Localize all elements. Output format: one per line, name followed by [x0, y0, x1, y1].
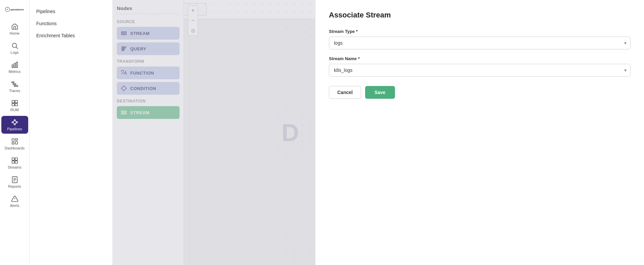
- sidebar-item-rum[interactable]: RUM: [1, 97, 28, 115]
- stream-name-select[interactable]: k8s_logs: [329, 64, 631, 77]
- svg-rect-45: [121, 111, 127, 112]
- sidebar-item-dashboards[interactable]: Dashboards: [1, 135, 28, 153]
- svg-rect-39: [122, 47, 126, 48]
- svg-rect-6: [14, 63, 15, 68]
- zoom-in-button[interactable]: +: [188, 6, 198, 15]
- svg-line-22: [15, 123, 16, 124]
- svg-rect-40: [122, 48, 125, 49]
- sidebar-item-label: Traces: [9, 89, 20, 93]
- sidebar-item-label: Metrics: [9, 70, 20, 74]
- sidebar-item-label: Dashboards: [5, 146, 24, 150]
- nodes-panel: Nodes Source STREAM QUERY Transform FUNC…: [113, 0, 184, 265]
- svg-point-15: [12, 122, 13, 123]
- svg-line-20: [15, 121, 16, 122]
- stream-type-label: Stream Type *: [329, 29, 631, 34]
- app-logo: openobserve: [5, 3, 25, 16]
- stream-source-icon: [121, 30, 127, 36]
- node-query-source-label: QUERY: [130, 46, 146, 51]
- svg-text:openobserve: openobserve: [10, 8, 24, 11]
- svg-rect-27: [12, 158, 14, 160]
- canvas-area: Enter Pipeline Name Nodes Source STREAM …: [113, 0, 315, 265]
- rum-icon: [11, 99, 18, 107]
- source-section-title: Source: [117, 19, 180, 24]
- node-query-source[interactable]: QUERY: [117, 42, 180, 55]
- svg-rect-41: [122, 50, 124, 51]
- svg-rect-46: [121, 113, 127, 114]
- svg-point-17: [16, 122, 17, 123]
- svg-point-3: [12, 43, 16, 48]
- stream-name-field-wrap: Stream Name * k8s_logs: [329, 56, 631, 77]
- sidebar-item-label: Reports: [8, 184, 21, 188]
- traces-icon: [11, 80, 18, 88]
- reports-icon: [11, 176, 18, 183]
- node-stream-source[interactable]: STREAM: [117, 27, 180, 40]
- cancel-button[interactable]: Cancel: [329, 86, 361, 99]
- svg-line-4: [16, 47, 18, 49]
- sidebar-item-logs[interactable]: Logs: [1, 39, 28, 57]
- sidebar-item-streams[interactable]: Streams: [1, 154, 28, 172]
- sidebar-item-pipelines[interactable]: Pipelines: [1, 116, 28, 134]
- associate-stream-title: Associate Stream: [329, 11, 631, 19]
- svg-rect-13: [12, 103, 14, 106]
- svg-rect-38: [121, 34, 127, 35]
- svg-rect-5: [12, 65, 13, 68]
- associate-stream-panel: Associate Stream Stream Type * logs metr…: [315, 0, 644, 265]
- svg-point-1: [7, 9, 8, 10]
- middle-panel-item-functions[interactable]: Functions: [30, 17, 112, 30]
- pipelines-icon: [11, 119, 18, 126]
- canvas-controls: + − ⊡: [188, 5, 198, 36]
- alerts-icon: [11, 195, 18, 203]
- query-source-icon: [121, 46, 127, 52]
- node-stream-dest-label: STREAM: [130, 110, 150, 115]
- sidebar-item-reports[interactable]: Reports: [1, 173, 28, 191]
- sidebar-item-label: Streams: [8, 165, 21, 169]
- transform-section-title: Transform: [117, 59, 180, 64]
- node-stream-dest[interactable]: STREAM: [117, 106, 180, 119]
- function-icon: [121, 70, 127, 76]
- sidebar-item-label: RUM: [10, 108, 19, 112]
- sidebar: openobserve Home Logs Metrics Traces RUM…: [0, 0, 30, 265]
- svg-rect-8: [11, 82, 14, 83]
- metrics-icon: [11, 61, 18, 69]
- svg-rect-29: [12, 161, 14, 163]
- dashboards-icon: [11, 138, 18, 145]
- stream-type-field-wrap: Stream Type * logs metrics traces: [329, 29, 631, 49]
- stream-type-select[interactable]: logs metrics traces: [329, 37, 631, 49]
- sidebar-item-alerts[interactable]: Alerts: [1, 192, 28, 210]
- middle-panel-item-enrichment-tables[interactable]: Enrichment Tables: [30, 30, 112, 42]
- nodes-title: Nodes: [117, 5, 180, 14]
- svg-line-19: [13, 121, 14, 122]
- logs-icon: [11, 42, 18, 49]
- svg-rect-28: [15, 158, 17, 160]
- svg-rect-12: [15, 100, 17, 103]
- svg-rect-9: [13, 84, 16, 85]
- sidebar-item-label: Logs: [11, 50, 19, 54]
- node-condition[interactable]: CONDITION: [117, 82, 180, 95]
- zoom-out-button[interactable]: −: [188, 16, 198, 25]
- svg-rect-11: [12, 100, 14, 103]
- associate-stream-buttons: Cancel Save: [329, 86, 631, 99]
- sidebar-item-traces[interactable]: Traces: [1, 78, 28, 95]
- fit-button[interactable]: ⊡: [188, 26, 198, 35]
- save-button[interactable]: Save: [365, 86, 395, 99]
- sidebar-item-metrics[interactable]: Metrics: [1, 58, 28, 76]
- svg-rect-26: [15, 141, 17, 144]
- sidebar-item-label: Pipelines: [7, 127, 22, 131]
- svg-rect-7: [16, 62, 17, 68]
- node-function[interactable]: FUNCTION: [117, 67, 180, 79]
- sidebar-item-label: Home: [10, 31, 19, 35]
- svg-rect-10: [14, 86, 18, 87]
- sidebar-item-home[interactable]: Home: [1, 20, 28, 38]
- svg-rect-14: [15, 103, 17, 106]
- svg-rect-30: [15, 161, 17, 163]
- node-function-label: FUNCTION: [130, 71, 154, 76]
- svg-marker-44: [121, 86, 127, 91]
- node-condition-label: CONDITION: [130, 86, 156, 91]
- condition-icon: [121, 85, 127, 91]
- svg-rect-24: [15, 139, 17, 140]
- svg-rect-37: [121, 32, 127, 33]
- middle-panel: Pipelines Functions Enrichment Tables: [30, 0, 113, 265]
- middle-panel-item-pipelines[interactable]: Pipelines: [30, 5, 112, 17]
- svg-line-21: [13, 123, 14, 124]
- node-stream-source-label: STREAM: [130, 31, 150, 36]
